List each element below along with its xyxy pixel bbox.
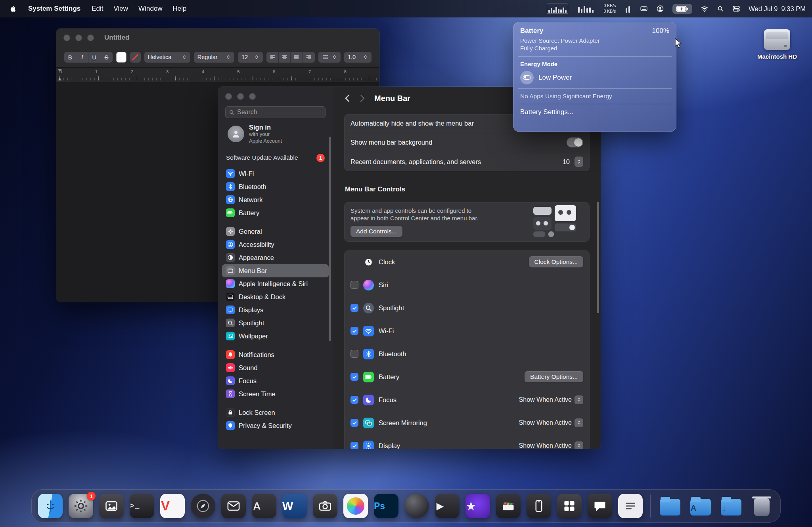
search-field[interactable] xyxy=(225,106,326,118)
dock-folder-downloads[interactable]: ↓ xyxy=(719,494,743,518)
dock-image-app[interactable] xyxy=(99,494,124,518)
control-checkbox[interactable] xyxy=(350,419,358,427)
sidebar-item-wallpaper[interactable]: Wallpaper xyxy=(222,330,329,343)
options-button[interactable]: Battery Options... xyxy=(525,371,583,382)
sidebar-item-accessibility[interactable]: Accessibility xyxy=(222,238,329,251)
dock-app-store[interactable]: A xyxy=(252,494,276,518)
desktop-icon-macintosh-hd[interactable]: Macintosh HD xyxy=(753,29,801,60)
dock-sphere-app[interactable] xyxy=(404,494,429,518)
app-menu-title[interactable]: System Settings xyxy=(28,5,80,13)
minimize-button[interactable] xyxy=(237,93,244,100)
menu-bar-clock[interactable]: Wed Jul 9 9:33 PM xyxy=(749,5,806,13)
input-source-icon[interactable] xyxy=(640,5,648,13)
sidebar-item-screen-time[interactable]: Screen Time xyxy=(222,388,329,401)
dock-photos[interactable] xyxy=(343,494,368,518)
sidebar-scrollbar[interactable] xyxy=(329,137,331,341)
control-checkbox[interactable] xyxy=(350,373,358,381)
apple-menu-icon[interactable] xyxy=(10,4,17,13)
user-icon[interactable] xyxy=(656,5,664,13)
wifi-menu-icon[interactable] xyxy=(701,5,709,13)
sidebar-item-focus[interactable]: Focus xyxy=(222,374,329,388)
dock-launchpad[interactable] xyxy=(557,494,582,518)
style-button[interactable]: I xyxy=(76,52,88,63)
menu-item[interactable]: Window xyxy=(138,5,162,13)
battery-menu-item[interactable] xyxy=(672,4,692,14)
back-button[interactable] xyxy=(343,93,353,103)
add-controls-button[interactable]: Add Controls... xyxy=(350,226,402,237)
sidebar-item-desktop-dock[interactable]: Desktop & Dock xyxy=(222,290,329,304)
dock-terminal[interactable]: >_ xyxy=(130,494,154,518)
disk-activity-widget[interactable] xyxy=(624,4,632,14)
low-power-mode-item[interactable]: Low Power xyxy=(520,71,669,84)
sidebar-item-wifi[interactable]: Wi-Fi xyxy=(222,167,329,180)
list-style-select[interactable] xyxy=(318,52,341,63)
value-stepper[interactable] xyxy=(575,157,583,167)
software-update-row[interactable]: Software Update Available 1 xyxy=(222,151,329,165)
font-size-select[interactable]: 12 xyxy=(238,52,263,63)
dock-word[interactable]: W xyxy=(282,494,307,518)
style-button[interactable]: B xyxy=(64,52,76,63)
content-scrollbar[interactable] xyxy=(597,202,599,313)
dock-video-editor[interactable] xyxy=(496,494,521,518)
align-justify-button[interactable] xyxy=(291,52,303,63)
dock-mail[interactable] xyxy=(221,494,246,518)
dock-trash[interactable] xyxy=(749,494,774,518)
dock-folder-applications[interactable]: A xyxy=(688,494,713,518)
control-checkbox[interactable] xyxy=(350,350,358,358)
sidebar-item-appearance[interactable]: Appearance xyxy=(222,251,329,264)
control-checkbox[interactable] xyxy=(350,396,358,404)
sidebar-item-privacy-security[interactable]: Privacy & Security xyxy=(222,419,329,432)
align-right-button[interactable] xyxy=(303,52,315,63)
font-family-select[interactable]: Helvetica xyxy=(144,52,190,63)
zoom-button[interactable] xyxy=(249,93,256,100)
close-button[interactable] xyxy=(225,93,232,100)
sidebar-item-lock-screen[interactable]: Lock Screen xyxy=(222,406,329,419)
visibility-select[interactable]: Show When Active xyxy=(519,418,583,427)
control-center-icon[interactable] xyxy=(732,5,740,13)
dock-feedback-assistant[interactable] xyxy=(588,494,612,518)
control-checkbox[interactable] xyxy=(350,327,358,335)
typeface-select[interactable]: Regular xyxy=(194,52,234,63)
dock-system-settings[interactable]: 1 xyxy=(69,494,93,518)
menu-item[interactable]: Edit xyxy=(92,5,103,13)
control-checkbox[interactable] xyxy=(350,442,358,449)
zoom-button[interactable] xyxy=(87,34,94,41)
battery-settings-item[interactable]: Battery Settings... xyxy=(520,108,669,116)
ruler[interactable]: 012345678 xyxy=(56,68,379,82)
dock-photoshop[interactable]: Ps xyxy=(374,494,398,518)
options-button[interactable]: Clock Options... xyxy=(529,256,583,267)
sidebar-item-general[interactable]: General xyxy=(222,225,329,238)
sidebar-item-spotlight[interactable]: Spotlight xyxy=(222,317,329,330)
sign-in-row[interactable]: Sign in with your Apple Account xyxy=(218,118,333,149)
style-button[interactable]: S xyxy=(100,52,112,63)
sidebar-item-bluetooth[interactable]: Bluetooth xyxy=(222,180,329,193)
dock-folder-documents[interactable] xyxy=(658,494,682,518)
minimize-button[interactable] xyxy=(75,34,82,41)
align-center-button[interactable] xyxy=(279,52,291,63)
indent-marker[interactable] xyxy=(58,69,62,72)
text-background-color-well[interactable] xyxy=(116,52,127,63)
style-button[interactable]: U xyxy=(88,52,100,63)
dock-screenshot[interactable] xyxy=(313,494,337,518)
control-checkbox[interactable] xyxy=(350,304,358,312)
sidebar-item-battery[interactable]: Battery xyxy=(222,206,329,220)
dock-iphone-mirroring[interactable] xyxy=(527,494,551,518)
toggle-switch[interactable] xyxy=(567,137,583,147)
visibility-select[interactable]: Show When Active xyxy=(519,395,583,404)
system-meters-widget[interactable] xyxy=(576,4,595,14)
dock-finder[interactable] xyxy=(38,494,63,518)
forward-button[interactable] xyxy=(357,93,367,103)
close-button[interactable] xyxy=(63,34,70,41)
dock-imovie[interactable]: ★ xyxy=(465,494,490,518)
network-speed-widget[interactable]: 0 KB/s 0 KB/s xyxy=(603,3,616,14)
sidebar-item-notifications[interactable]: Notifications xyxy=(222,348,329,361)
menu-item[interactable]: View xyxy=(114,5,128,13)
menu-item[interactable]: Help xyxy=(173,5,187,13)
sidebar-item-menu-bar[interactable]: Menu Bar xyxy=(222,264,329,277)
text-color-button[interactable] xyxy=(130,52,140,63)
dock-media-player[interactable]: ▶ xyxy=(435,494,460,518)
align-left-button[interactable] xyxy=(266,52,278,63)
search-input[interactable] xyxy=(237,109,322,116)
sidebar-item-displays[interactable]: Displays xyxy=(222,304,329,317)
sidebar-item-apple-intelligence-siri[interactable]: Apple Intelligence & Siri xyxy=(222,277,329,290)
